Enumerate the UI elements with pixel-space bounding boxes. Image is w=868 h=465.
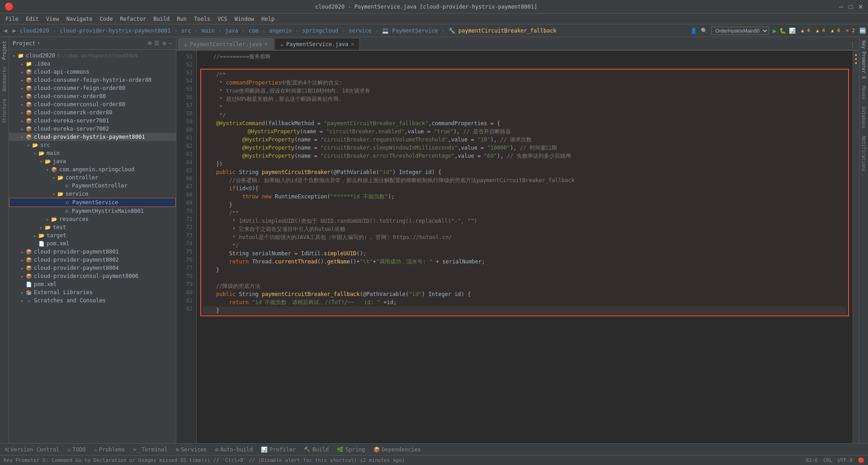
tree-item-eureka7002[interactable]: ▸ 📦 cloud-eureka-server7002 [9, 125, 176, 133]
tree-item-controller[interactable]: ▾ 📂 controller [9, 174, 176, 182]
breadcrumb-src[interactable]: src [181, 28, 191, 34]
tree-item-java[interactable]: ▾ 📂 java [9, 157, 176, 165]
tab-close-icon[interactable]: ✕ [264, 41, 268, 47]
menu-refactor[interactable]: Refactor [116, 15, 150, 23]
sidebar-hide-icon[interactable]: — [169, 40, 172, 47]
menu-code[interactable]: Code [96, 15, 117, 23]
module-icon: 📦 [25, 68, 33, 75]
tree-item-package[interactable]: ▾ 📦 com.angenin.springcloud [9, 165, 176, 174]
sidebar-collapse-icon[interactable]: ☰ [154, 40, 160, 47]
tab-payment-service[interactable]: ☕ PaymentService.java ✕ [274, 38, 360, 50]
tree-item-root[interactable]: ▾ 📁 cloud2020 E:/idea-workspace/cloud202… [9, 52, 176, 60]
menu-edit[interactable]: Edit [22, 15, 42, 23]
menu-navigate[interactable]: Navigate [63, 15, 96, 23]
menu-build[interactable]: Build [150, 15, 173, 23]
code-content[interactable]: //=========服务熔断 /** * commandProperties中… [197, 51, 853, 443]
tree-item-src[interactable]: ▾ 📂 src [9, 141, 176, 149]
breadcrumb-angenin[interactable]: angenin [269, 28, 292, 34]
toolbar-forward-btn[interactable]: ▶ [11, 26, 18, 35]
tree-item-consumerconsul[interactable]: ▸ 📦 cloud-consumerconsul-order80 [9, 100, 176, 108]
tree-item-main-class[interactable]: © PaymentHystrixMain8001 [9, 207, 176, 215]
sidebar-dropdown-icon[interactable]: ▾ [38, 40, 41, 46]
sidebar-expand-icon[interactable]: ⊞ [148, 40, 152, 47]
bottom-tab-todo[interactable]: ☑ TODO [64, 446, 89, 454]
menu-vcs[interactable]: VCS [214, 15, 231, 23]
sidebar-settings-icon[interactable]: ⚙ [162, 40, 166, 47]
profiler-icon: 📊 [261, 446, 268, 453]
bottom-tab-problems[interactable]: ⚠ Problems [90, 446, 129, 454]
toolbar-translate-icon[interactable]: 🔤 [859, 28, 866, 34]
run-button[interactable]: ▶ [773, 27, 776, 34]
maven-icon[interactable]: Maven [860, 84, 867, 101]
tree-item-feign-order[interactable]: ▸ 📦 cloud-consumer-feign-order80 [9, 84, 176, 92]
bottom-tab-terminal[interactable]: >_ Terminal [130, 446, 171, 454]
breadcrumb-java[interactable]: java [225, 28, 238, 34]
tree-item-external-libs[interactable]: ▸ 📚 External Libraries [9, 288, 176, 296]
bottom-tab-spring[interactable]: 🌿 Spring [333, 446, 368, 454]
tree-item-hystrix-payment[interactable]: ▾ 📦 cloud-provider-hystrix-payment8001 [9, 133, 176, 141]
tab-payment-controller[interactable]: ☕ PaymentController.java ✕ [178, 38, 274, 50]
coverage-button[interactable]: 📊 [789, 28, 796, 34]
breadcrumb-springcloud[interactable]: springcloud [302, 28, 338, 34]
code-line-63: @HystrixProperty(name = "circuitBreaker.… [203, 152, 846, 160]
notifications-icon[interactable]: Notifications [860, 134, 867, 173]
maximize-button[interactable]: □ [849, 3, 853, 10]
tree-item-payment8002[interactable]: ▸ 📦 cloud-provider-payment8002 [9, 256, 176, 264]
tree-item-payment8004[interactable]: ▸ 📦 cloud-provider-payment8004 [9, 264, 176, 272]
menu-file[interactable]: File [2, 15, 22, 23]
chevron-right-icon: ▸ [19, 249, 25, 254]
run-config-select[interactable]: OrderHystrixMain80 [711, 27, 769, 35]
tree-item-payment-service[interactable]: © PaymentService [9, 198, 176, 207]
tree-item-consul8006[interactable]: ▸ 📦 cloud-providerconsul-payment8006 [9, 272, 176, 280]
editor-more-tabs-icon[interactable]: ⋮ [848, 40, 857, 50]
tree-item-test[interactable]: ▸ 📂 test [9, 223, 176, 231]
spring-icon: 🌿 [337, 446, 344, 453]
bottom-tab-build[interactable]: 🔨 Build [300, 446, 332, 454]
tree-item-feign-hystrix[interactable]: ▸ 📦 cloud-consumer-feign-hystrix-order80 [9, 76, 176, 84]
tree-item-payment-controller[interactable]: © PaymentController [9, 182, 176, 190]
tree-item-api-commons[interactable]: ▸ 📦 cloud-api-commons [9, 68, 176, 76]
key-promoter-icon[interactable]: Key Promoter X [860, 39, 867, 80]
bookmarks-icon[interactable]: Bookmarks [1, 65, 8, 93]
tree-item-resources[interactable]: ▸ 📂 resources [9, 215, 176, 223]
menu-run[interactable]: Run [173, 15, 190, 23]
tree-item-payment8001[interactable]: ▸ 📦 cloud-provider-payment8001 [9, 248, 176, 256]
minimize-button[interactable]: ─ [839, 3, 844, 10]
menu-help[interactable]: Help [258, 15, 278, 23]
bottom-tab-auto-build[interactable]: ⚙ Auto-build [212, 446, 256, 454]
bottom-tab-services[interactable]: ⚙ Services [172, 446, 211, 454]
breadcrumb-com[interactable]: com [249, 28, 259, 34]
encoding-label: UTF-8 [838, 457, 853, 463]
bottom-tab-profiler[interactable]: 📊 Profiler [257, 446, 299, 454]
tree-item-consumerzk[interactable]: ▸ 📦 cloud-consumerzk-order80 [9, 108, 176, 117]
bottom-tab-version-control[interactable]: ⑆ Version Control [2, 446, 63, 454]
toolbar-search-icon[interactable]: 🔍 [701, 28, 708, 34]
tree-item-eureka7001[interactable]: ▸ 📦 cloud-eureka-server7001 [9, 117, 176, 125]
tab-close-icon[interactable]: ✕ [351, 41, 354, 47]
tree-item-service[interactable]: ▾ 📂 service [9, 190, 176, 198]
tree-item-consumer-order80[interactable]: ▸ 📦 cloud-consumer-order80 [9, 92, 176, 100]
breadcrumb-paymentservice[interactable]: 💻 PaymentService [382, 28, 438, 34]
bottom-tab-dependencies[interactable]: 📦 Dependencies [370, 446, 425, 454]
menu-view[interactable]: View [42, 15, 63, 23]
close-button[interactable]: ✕ [858, 3, 863, 10]
tree-item-scratches[interactable]: ▸ ✏ Scratches and Consoles [9, 296, 176, 305]
tree-item-idea[interactable]: ▸ 📁 .idea [9, 60, 176, 68]
tree-item-root-pom[interactable]: 📄 pom.xml [9, 280, 176, 288]
breadcrumb-service[interactable]: service [349, 28, 372, 34]
menu-tools[interactable]: Tools [190, 15, 214, 23]
tree-item-pom[interactable]: 📄 pom.xml [9, 240, 176, 248]
debug-button[interactable]: 🐛 [779, 28, 786, 34]
breadcrumb-cloud2020[interactable]: cloud2020 [20, 28, 49, 34]
structure-icon[interactable]: Structure [1, 97, 8, 125]
tree-item-target[interactable]: ▸ 📂 target [9, 231, 176, 240]
menu-window[interactable]: Window [231, 15, 258, 23]
code-editor[interactable]: 5152535455565758596061626364656667686970… [176, 51, 859, 443]
breadcrumb-module[interactable]: cloud-provider-hystrix-payment8001 [60, 28, 171, 34]
project-panel-icon[interactable]: Project [1, 39, 8, 61]
database-icon[interactable]: Database [860, 105, 867, 130]
toolbar-back-btn[interactable]: ◀ [2, 26, 9, 35]
tree-item-main[interactable]: ▾ 📂 main [9, 149, 176, 157]
breadcrumb-main[interactable]: main [202, 28, 215, 34]
breadcrumb-method[interactable]: 🔧 paymentCircuitBreaker_fallback [448, 28, 557, 34]
